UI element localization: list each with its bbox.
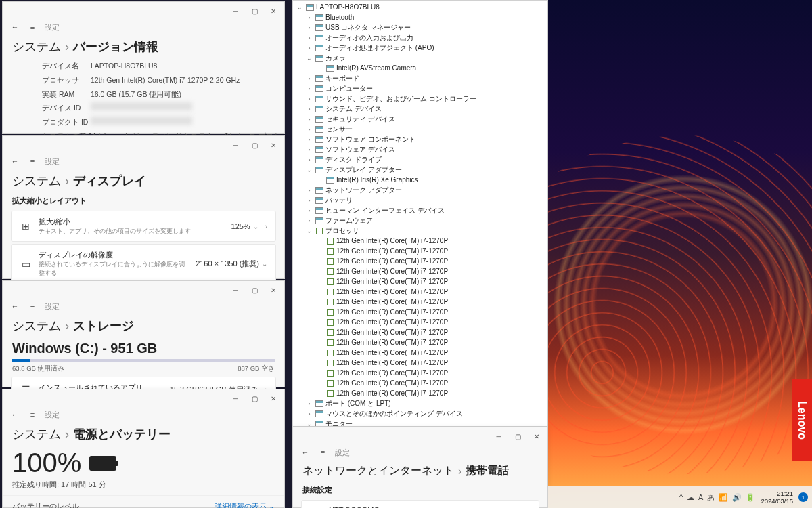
crumb-system[interactable]: システム — [12, 173, 61, 189]
expand-icon[interactable]: › — [305, 217, 313, 224]
maximize-button[interactable]: ▢ — [245, 391, 264, 406]
close-button[interactable]: ✕ — [264, 391, 283, 406]
tree-node-cpu[interactable]: 12th Gen Intel(R) Core(TM) i7-1270P — [294, 246, 546, 256]
device-tree[interactable]: ⌄LAPTOP-H8O7BLU8›Bluetooth›USB コネクタ マネージ… — [293, 1, 547, 427]
close-button[interactable]: ✕ — [264, 282, 283, 297]
tree-node-cpu[interactable]: 12th Gen Intel(R) Core(TM) i7-1270P — [294, 368, 546, 378]
scale-card[interactable]: ⊞ 拡大/縮小 テキスト、アプリ、その他の項目のサイズを変更します 125%⌄ … — [11, 211, 276, 242]
minimize-button[interactable]: ─ — [226, 391, 245, 406]
tree-node-cpu[interactable]: 12th Gen Intel(R) Core(TM) i7-1270P — [294, 266, 546, 276]
close-button[interactable]: ✕ — [527, 429, 546, 444]
expand-icon[interactable]: › — [305, 116, 313, 123]
expand-icon[interactable]: › — [305, 410, 313, 417]
expand-icon[interactable]: › — [305, 156, 313, 163]
tree-node[interactable]: ›Bluetooth — [294, 12, 546, 22]
wifi-icon[interactable]: 📶 — [719, 493, 728, 502]
menu-icon[interactable]: ≡ — [27, 410, 38, 419]
menu-icon[interactable]: ≡ — [27, 23, 38, 31]
expand-icon[interactable]: › — [305, 207, 313, 214]
battery-detail-link[interactable]: 詳細情報の表示 ⌄ — [215, 501, 275, 508]
expand-icon[interactable]: ⌄ — [305, 55, 313, 62]
tree-node[interactable]: ›ネットワーク アダプター — [294, 185, 546, 195]
tree-node[interactable]: ›キーボード — [294, 73, 546, 83]
expand-icon[interactable]: › — [305, 106, 313, 112]
minimize-button[interactable]: ─ — [226, 137, 245, 152]
close-button[interactable]: ✕ — [264, 3, 283, 18]
tree-root[interactable]: ⌄LAPTOP-H8O7BLU8 — [294, 2, 546, 12]
notification-badge[interactable]: 1 — [798, 492, 808, 502]
crumb-network[interactable]: ネットワークとインターネット — [302, 464, 454, 478]
maximize-button[interactable]: ▢ — [508, 429, 527, 444]
tree-node-cpu[interactable]: 12th Gen Intel(R) Core(TM) i7-1270P — [294, 327, 546, 337]
expand-icon[interactable]: › — [305, 24, 313, 31]
expand-icon[interactable]: › — [305, 400, 313, 407]
close-button[interactable]: ✕ — [264, 137, 283, 152]
tree-node[interactable]: ›ヒューマン インターフェイス デバイス — [294, 205, 546, 215]
onedrive-icon[interactable]: ☁ — [687, 493, 694, 502]
tree-node-cpu[interactable]: 12th Gen Intel(R) Core(TM) i7-1270P — [294, 287, 546, 297]
tree-node-cpu[interactable]: 12th Gen Intel(R) Core(TM) i7-1270P — [294, 276, 546, 287]
tree-node[interactable]: ›ファームウェア — [294, 215, 546, 226]
expand-icon[interactable]: › — [305, 187, 313, 194]
tray-chevron-icon[interactable]: ^ — [679, 493, 683, 501]
tree-node-cpu[interactable]: 12th Gen Intel(R) Core(TM) i7-1270P — [294, 236, 546, 246]
tree-node-cpu[interactable]: 12th Gen Intel(R) Core(TM) i7-1270P — [294, 388, 546, 398]
system-tray[interactable]: ^ ☁ A あ 📶 🔊 🔋 — [679, 492, 756, 503]
menu-icon[interactable]: ≡ — [27, 157, 38, 165]
tree-node[interactable]: ›ソフトウェア デバイス — [294, 144, 546, 154]
tree-node[interactable]: ›ディスク ドライブ — [294, 154, 546, 165]
tree-node[interactable]: ›オーディオ処理オブジェクト (APO) — [294, 43, 546, 53]
back-icon[interactable]: ← — [300, 448, 311, 457]
back-icon[interactable]: ← — [9, 410, 20, 419]
crumb-system[interactable]: システム — [12, 39, 61, 55]
tree-node[interactable]: ›センサー — [294, 124, 546, 134]
expand-icon[interactable]: › — [305, 45, 313, 51]
back-icon[interactable]: ← — [9, 23, 20, 31]
tree-node[interactable]: ›バッテリ — [294, 195, 546, 205]
ime-icon[interactable]: A — [698, 493, 703, 501]
expand-icon[interactable]: ⌄ — [305, 167, 313, 173]
expand-icon[interactable]: › — [305, 197, 313, 204]
tree-node[interactable]: ›サウンド、ビデオ、およびゲーム コントローラー — [294, 93, 546, 104]
maximize-button[interactable]: ▢ — [245, 3, 264, 18]
carrier-card[interactable]: 📶 NTT DOCOMO 圏外 — [301, 500, 539, 508]
tree-node[interactable]: ⌄モニター — [294, 419, 546, 427]
expand-icon[interactable]: ⌄ — [305, 421, 313, 427]
ime-mode-icon[interactable]: あ — [707, 492, 715, 503]
tree-node[interactable]: ›システム デバイス — [294, 104, 546, 114]
expand-icon[interactable]: › — [305, 35, 313, 41]
tree-node[interactable]: ›オーディオの入力および出力 — [294, 33, 546, 43]
minimize-button[interactable]: ─ — [226, 282, 245, 297]
tree-node[interactable]: ›コンピューター — [294, 83, 546, 93]
crumb-system[interactable]: システム — [12, 426, 61, 442]
minimize-button[interactable]: ─ — [226, 3, 245, 18]
back-icon[interactable]: ← — [9, 157, 20, 165]
resolution-card[interactable]: ▭ ディスプレイの解像度 接続されているディスプレイに合うように解像度を調整する… — [11, 244, 276, 284]
menu-icon[interactable]: ≡ — [317, 448, 328, 457]
tree-node[interactable]: ⌄ディスプレイ アダプター — [294, 165, 546, 175]
tree-node-cpu[interactable]: 12th Gen Intel(R) Core(TM) i7-1270P — [294, 358, 546, 368]
tree-node-cpu[interactable]: 12th Gen Intel(R) Core(TM) i7-1270P — [294, 317, 546, 327]
maximize-button[interactable]: ▢ — [245, 282, 264, 297]
tree-node[interactable]: ›ソフトウェア コンポーネント — [294, 134, 546, 144]
tree-node-cpu[interactable]: 12th Gen Intel(R) Core(TM) i7-1270P — [294, 337, 546, 347]
scale-dropdown[interactable]: 125%⌄ — [231, 222, 258, 230]
volume-icon[interactable]: 🔊 — [732, 493, 742, 502]
expand-icon[interactable]: › — [305, 75, 313, 82]
minimize-button[interactable]: ─ — [489, 429, 508, 444]
tree-node-cpu[interactable]: 12th Gen Intel(R) Core(TM) i7-1270P — [294, 347, 546, 358]
expand-icon[interactable]: › — [305, 14, 313, 21]
tree-node-cpu[interactable]: 12th Gen Intel(R) Core(TM) i7-1270P — [294, 378, 546, 388]
crumb-system[interactable]: システム — [12, 318, 61, 334]
resolution-dropdown[interactable]: 2160 × 1350 (推奨)⌄ — [196, 259, 267, 269]
expand-icon[interactable]: › — [305, 146, 313, 153]
tree-node[interactable]: ›セキュリティ デバイス — [294, 114, 546, 124]
menu-icon[interactable]: ≡ — [27, 302, 38, 310]
expand-icon[interactable]: › — [305, 126, 313, 133]
tree-node-cpu[interactable]: 12th Gen Intel(R) Core(TM) i7-1270P — [294, 297, 546, 307]
tree-node[interactable]: ›マウスとそのほかのポインティング デバイス — [294, 408, 546, 419]
battery-tray-icon[interactable]: 🔋 — [746, 493, 755, 502]
expand-icon[interactable]: ⌄ — [305, 228, 313, 234]
tree-node[interactable]: ⌄カメラ — [294, 53, 546, 63]
maximize-button[interactable]: ▢ — [245, 137, 264, 152]
